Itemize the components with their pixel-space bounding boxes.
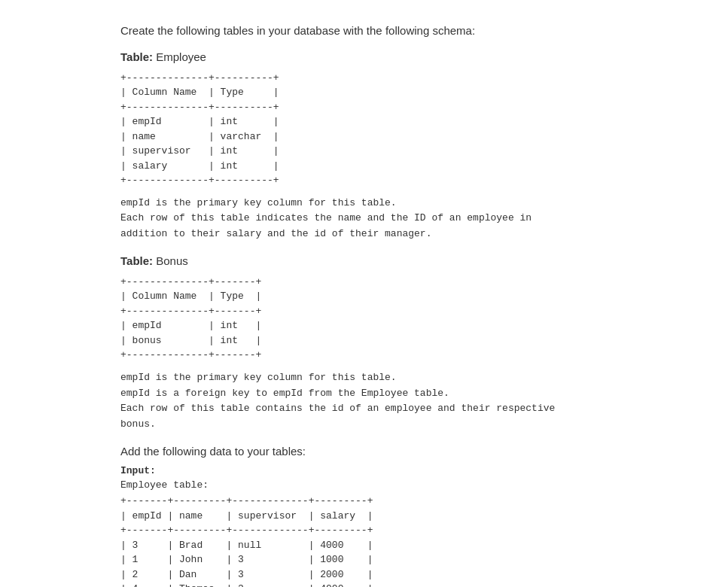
bonus-description: empId is the primary key column for this… bbox=[120, 370, 698, 433]
employee-table-bold: Table: bbox=[120, 50, 153, 63]
employee-table-data-label: Employee table: bbox=[120, 479, 698, 491]
employee-schema: +--------------+----------+ | Column Nam… bbox=[120, 71, 698, 188]
input-label: Input: bbox=[120, 465, 698, 476]
bonus-table-bold: Table: bbox=[120, 254, 153, 267]
bonus-table-label: Table: Bonus bbox=[120, 254, 698, 267]
employee-table-name: Employee bbox=[153, 50, 206, 63]
intro-text: Create the following tables in your data… bbox=[120, 23, 698, 40]
employee-description: empId is the primary key column for this… bbox=[120, 196, 698, 242]
page-container: Create the following tables in your data… bbox=[0, 0, 728, 587]
employee-table-label: Table: Employee bbox=[120, 50, 698, 63]
bonus-table-name: Bonus bbox=[153, 254, 188, 267]
add-data-title: Add the following data to your tables: bbox=[120, 445, 698, 458]
employee-data-table: +-------+---------+-------------+-------… bbox=[120, 494, 698, 587]
bonus-schema: +--------------+-------+ | Column Name |… bbox=[120, 275, 698, 363]
